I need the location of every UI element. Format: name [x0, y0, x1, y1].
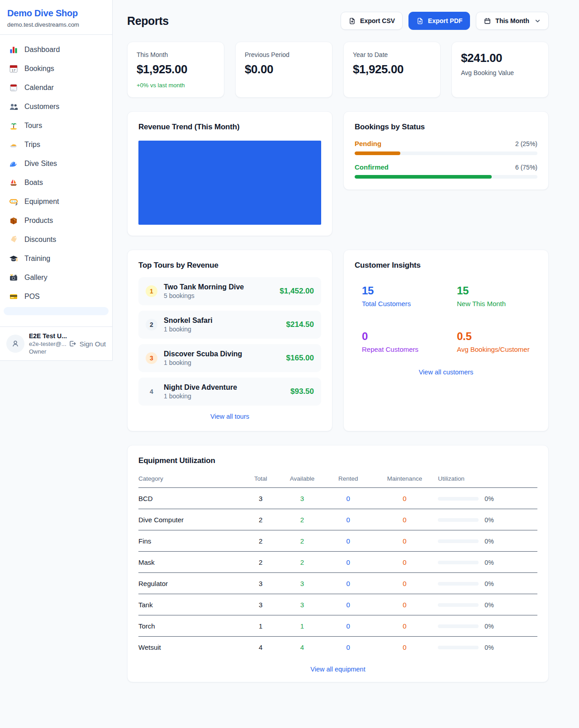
revenue-trend-card: Revenue Trend (This Month) [127, 111, 332, 236]
top-tours-card: Top Tours by Revenue 1 Two Tank Morning … [127, 250, 332, 431]
equipment-utilization-title: Equipment Utilization [138, 456, 537, 465]
table-row-fins: Fins 2 2 0 0 0% [138, 530, 537, 552]
top-tours-title: Top Tours by Revenue [138, 261, 321, 270]
page-title: Reports [127, 14, 169, 28]
revenue-trend-chart [138, 141, 321, 225]
table-row-bcd: BCD 3 3 0 0 0% [138, 488, 537, 509]
table-row-mask: Mask 2 2 0 0 0% [138, 552, 537, 573]
insights-grid: 15 Total Customers 15 New This Month 0 R… [355, 277, 537, 361]
sidebar-item-pos[interactable]: POS [4, 287, 109, 306]
utilization-bar-track [438, 646, 479, 649]
export-pdf-button[interactable]: Export PDF [408, 12, 470, 30]
status-bar-fill [355, 151, 400, 155]
box-icon [9, 216, 18, 225]
table-row-tank: Tank 3 3 0 0 0% [138, 594, 537, 615]
stats-grid: This Month $1,925.00 +0% vs last month P… [127, 42, 549, 98]
sidebar-item-discounts[interactable]: Discounts [4, 230, 109, 249]
export-csv-button[interactable]: Export CSV [341, 12, 403, 30]
sign-out-icon [68, 340, 76, 348]
user-meta: E2E Test U... e2e-tester@... Owner [29, 332, 64, 355]
credit-card-icon [9, 292, 18, 301]
rank-badge: 4 [146, 386, 157, 397]
tour-item-discover-scuba-diving: 3 Discover Scuba Diving 1 booking $165.0… [138, 344, 321, 372]
insight-box-total-customers: 15 Total Customers [355, 277, 442, 316]
header-actions: Export CSV Export PDF This Month [341, 12, 549, 30]
sidebar-item-gallery[interactable]: Gallery [4, 268, 109, 287]
insight-box-repeat-customers: 0 Repeat Customers [355, 323, 442, 361]
sidebar-item-training[interactable]: Training [4, 249, 109, 268]
col-utilization: Utilization [438, 471, 537, 488]
calendar-pad-icon [9, 83, 18, 92]
brand: Demo Dive Shop demo.test.divestreams.com [0, 0, 112, 35]
tour-revenue: $214.50 [286, 320, 314, 329]
view-all-tours-link[interactable]: View all tours [138, 413, 321, 420]
shop-name: Demo Dive Shop [7, 8, 105, 19]
equipment-utilization-card: Equipment Utilization Category Total Ava… [127, 445, 549, 682]
col-rented: Rented [325, 471, 371, 488]
stat-card-avg-booking-value: Avg Booking Value $241.00 [451, 42, 549, 98]
charts-row: Revenue Trend (This Month) Bookings by S… [127, 111, 549, 236]
person-icon [10, 339, 20, 349]
sign-out-label: Sign Out [80, 340, 106, 348]
chevron-down-icon [534, 18, 541, 24]
stat-card-year-to-date: Year to Date $1,925.00 [343, 42, 441, 98]
sidebar: Demo Dive Shop demo.test.divestreams.com… [0, 0, 113, 361]
sidebar-item-customers[interactable]: Customers [4, 97, 109, 116]
table-row-regulator: Regulator 3 3 0 0 0% [138, 573, 537, 594]
table-row-torch: Torch 1 1 0 0 0% [138, 615, 537, 637]
tour-item-two-tank-morning-dive: 1 Two Tank Morning Dive 5 bookings $1,45… [138, 277, 321, 305]
sign-out-button[interactable]: Sign Out [68, 340, 106, 348]
customer-insights-title: Customer Insights [355, 261, 537, 270]
tour-item-night-dive-adventure: 4 Night Dive Adventure 1 booking $93.50 [138, 378, 321, 406]
utilization-bar-track [438, 561, 479, 564]
sailboat-icon [9, 178, 18, 187]
equipment-table: Category Total Available Rented Maintena… [138, 471, 537, 657]
view-all-equipment-link[interactable]: View all equipment [138, 666, 537, 673]
status-row-pending: Pending 2 (25%) [355, 140, 537, 155]
utilization-bar-track [438, 582, 479, 586]
utilization-bar-track [438, 624, 479, 628]
utilization-bar-track [438, 539, 479, 543]
dive-mask-icon [9, 197, 18, 206]
svg-text:17: 17 [12, 68, 15, 72]
status-list: Pending 2 (25%) Confirmed 6 (75%) [355, 140, 537, 179]
main-content: Reports Export CSV Export PDF This Month… [113, 0, 579, 700]
col-maintenance: Maintenance [371, 471, 438, 488]
sidebar-item-tours[interactable]: Tours [4, 116, 109, 135]
table-row-dive-computer: Dive Computer 2 2 0 0 0% [138, 509, 537, 530]
sidebar-item-dashboard[interactable]: Dashboard [4, 40, 109, 59]
user-name: E2E Test U... [29, 332, 64, 340]
calendar-icon [484, 17, 491, 25]
status-bar-track [355, 151, 537, 155]
sidebar-item-products[interactable]: Products [4, 211, 109, 230]
stat-card-this-month: This Month $1,925.00 +0% vs last month [127, 42, 224, 98]
revenue-trend-title: Revenue Trend (This Month) [138, 123, 321, 132]
tour-revenue: $165.00 [286, 354, 314, 363]
file-download-icon [416, 17, 424, 25]
utilization-bar-track [438, 518, 479, 522]
sidebar-item-reports-partial[interactable] [4, 307, 109, 315]
sidebar-item-dive-sites[interactable]: Dive Sites [4, 154, 109, 173]
export-csv-label: Export CSV [360, 17, 395, 24]
sidebar-item-trips[interactable]: Trips [4, 135, 109, 154]
status-bar-fill [355, 175, 492, 179]
col-category: Category [138, 471, 242, 488]
wave-icon [9, 159, 18, 168]
bar-chart-icon [9, 45, 18, 54]
shop-domain: demo.test.divestreams.com [7, 21, 105, 28]
sidebar-item-bookings[interactable]: 17 Bookings [4, 59, 109, 78]
sidebar-item-calendar[interactable]: Calendar [4, 78, 109, 97]
grad-cap-icon [9, 254, 18, 263]
view-all-customers-link[interactable]: View all customers [355, 369, 537, 376]
rank-badge: 2 [146, 319, 157, 331]
export-pdf-label: Export PDF [428, 17, 462, 24]
user-footer: E2E Test U... e2e-tester@... Owner Sign … [0, 326, 112, 360]
sidebar-item-boats[interactable]: Boats [4, 173, 109, 192]
sidebar-item-equipment[interactable]: Equipment [4, 192, 109, 211]
col-total: Total [242, 471, 279, 488]
insight-box-new-this-month: 15 New This Month [450, 277, 537, 316]
rank-badge: 3 [146, 352, 157, 364]
period-dropdown[interactable]: This Month [476, 12, 549, 30]
avatar [6, 335, 24, 353]
page-header: Reports Export CSV Export PDF This Month [127, 12, 549, 30]
